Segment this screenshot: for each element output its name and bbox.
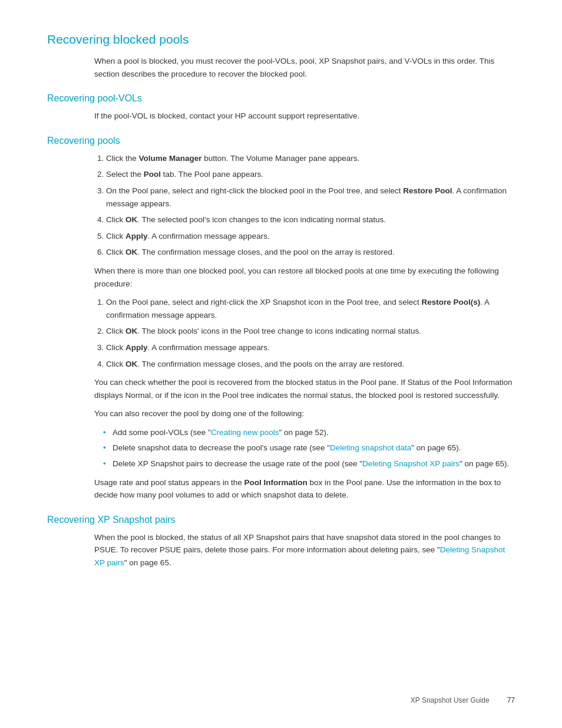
pools-step2-3: Click Apply. A confirmation message appe… xyxy=(106,341,515,354)
subsection-title-snapshot-pairs: Recovering XP Snapshot pairs xyxy=(47,515,515,525)
footer-page-number: 77 xyxy=(507,696,515,704)
pools-bullets-list: Add some pool-VOLs (see "Creating new po… xyxy=(103,426,515,470)
pools-step-1: Click the Volume Manager button. The Vol… xyxy=(106,152,515,165)
pools-after-text1: You can check whether the pool is recove… xyxy=(94,376,515,401)
pools-step-5: Click Apply. A confirmation message appe… xyxy=(106,230,515,243)
page-footer: XP Snapshot User Guide 77 xyxy=(411,696,515,704)
page: Recovering blocked pools When a pool is … xyxy=(0,0,562,728)
pool-vols-text: If the pool-VOL is blocked, contact your… xyxy=(94,110,515,123)
subsection-title-pools: Recovering pools xyxy=(47,136,515,146)
deleting-snapshot-xp-pairs-link-1[interactable]: Deleting Snapshot XP pairs xyxy=(362,459,459,468)
creating-new-pools-link[interactable]: Creating new pools xyxy=(211,428,279,437)
bullet-1: Add some pool-VOLs (see "Creating new po… xyxy=(103,426,515,439)
pools-step-3: On the Pool pane, select and right-click… xyxy=(106,185,515,210)
pools-step-4: Click OK. The selected pool's icon chang… xyxy=(106,213,515,226)
pools-between-text: When there is more than one blocked pool… xyxy=(94,265,515,290)
pools-after-text3: Usage rate and pool status appears in th… xyxy=(94,476,515,502)
pools-after-text2: You can also recover the pool by doing o… xyxy=(94,407,515,420)
pools-steps2-list: On the Pool pane, select and right-click… xyxy=(106,296,515,370)
deleting-snapshot-xp-pairs-link-2[interactable]: Deleting Snapshot XP pairs xyxy=(94,545,505,567)
pools-step2-2: Click OK. The block pools' icons in the … xyxy=(106,325,515,338)
snapshot-pairs-text: When the pool is blocked, the status of … xyxy=(94,531,515,569)
footer-guide-name: XP Snapshot User Guide xyxy=(411,696,490,704)
pools-steps-list: Click the Volume Manager button. The Vol… xyxy=(106,152,515,259)
pools-step2-1: On the Pool pane, select and right-click… xyxy=(106,296,515,321)
intro-paragraph: When a pool is blocked, you must recover… xyxy=(94,55,515,80)
pools-step2-4: Click OK. The confirmation message close… xyxy=(106,358,515,371)
pools-step-2: Select the Pool tab. The Pool pane appea… xyxy=(106,168,515,181)
main-section-title: Recovering blocked pools xyxy=(47,32,515,47)
deleting-snapshot-data-link[interactable]: Deleting snapshot data xyxy=(330,443,411,452)
subsection-title-pool-vols: Recovering pool-VOLs xyxy=(47,93,515,104)
bullet-3: Delete XP Snapshot pairs to decrease the… xyxy=(103,457,515,470)
pools-step-6: Click OK. The confirmation message close… xyxy=(106,246,515,259)
bullet-2: Delete snapshot data to decrease the poo… xyxy=(103,442,515,454)
